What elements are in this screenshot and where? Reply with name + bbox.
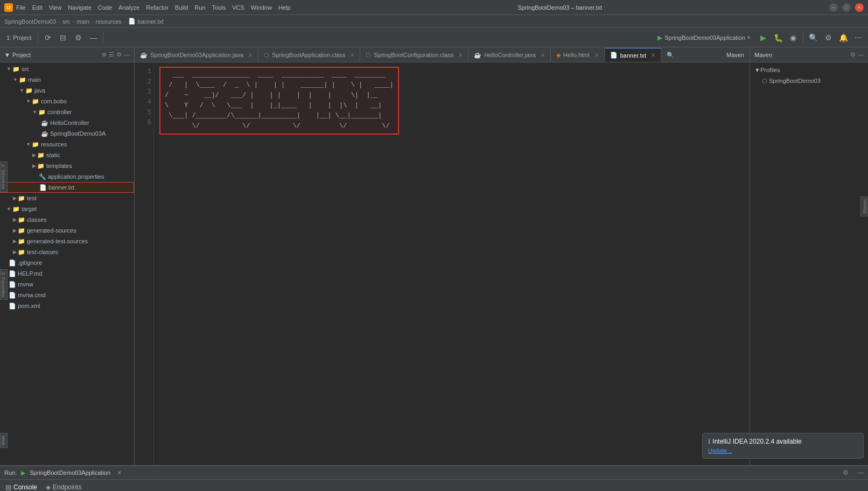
tab-close-icon[interactable]: ✕ xyxy=(458,52,463,58)
tree-item-resources[interactable]: ▼ 📁 resources xyxy=(0,139,134,150)
tab-springbootconfiguration[interactable]: ⬡ SpringBootConfiguration.class ✕ xyxy=(360,48,468,62)
endpoints-tab[interactable]: ◈ Endpoints xyxy=(43,482,85,492)
tab-hellocontroller[interactable]: ☕ HelloController.java ✕ xyxy=(468,48,550,62)
panel-icon-1[interactable]: ⊕ xyxy=(102,51,107,58)
menu-help[interactable]: Help xyxy=(278,4,291,11)
tree-item-appproperties[interactable]: 🔧 application.properties xyxy=(0,171,134,182)
toolbar-separator xyxy=(38,32,38,43)
close-button[interactable]: ✕ xyxy=(855,3,864,12)
maven-profiles-item[interactable]: ▼ Profiles xyxy=(750,65,868,75)
menu-view[interactable]: View xyxy=(49,4,62,11)
run-collapse-icon[interactable]: — xyxy=(857,469,864,476)
maven-close-icon[interactable]: — xyxy=(858,51,864,58)
run-settings-icon[interactable]: ⚙ xyxy=(843,469,849,476)
notification-update-link[interactable]: Update... xyxy=(708,447,732,454)
tree-item-src[interactable]: ▼ 📁 src xyxy=(0,64,134,74)
banner-line-6: \/ \/ \/ \/ \/ xyxy=(165,121,394,131)
arrow-icon: ▼ xyxy=(19,88,24,93)
xml-file-icon: 📄 xyxy=(9,303,16,310)
run-close-icon[interactable]: ✕ xyxy=(117,469,122,476)
tree-item-main[interactable]: ▼ 📁 main xyxy=(0,74,134,85)
menu-refactor[interactable]: Refactor xyxy=(146,4,169,11)
maven-project-item[interactable]: ⬡ SpringBootDemo03 xyxy=(750,75,868,86)
settings-button[interactable]: ⚙ xyxy=(72,31,85,44)
tree-item-mvnwcmd[interactable]: 📄 mvnw.cmd xyxy=(0,290,134,300)
run-button[interactable]: ▶ xyxy=(757,31,769,44)
path-resources[interactable]: resources xyxy=(96,18,122,25)
tree-item-hellocontroller[interactable]: ☕ HelloController xyxy=(0,117,134,128)
settings-gear-button[interactable]: ⚙ xyxy=(822,31,835,44)
tree-item-test[interactable]: ▶ 📁 test xyxy=(0,193,134,204)
panel-settings-icon[interactable]: ⚙ xyxy=(116,51,122,58)
tree-item-helpmd[interactable]: 📄 HELP.md xyxy=(0,268,134,279)
tab-close-icon[interactable]: ✕ xyxy=(594,52,599,58)
sync-button[interactable]: ⟳ xyxy=(41,31,54,44)
tree-item-test-classes[interactable]: ▶ 📁 test-classes xyxy=(0,247,134,257)
run-config-dropdown-icon[interactable]: ▾ xyxy=(747,34,750,40)
tab-search-button[interactable]: 🔍 xyxy=(661,48,680,62)
tab-hellohtml[interactable]: ◈ Hello.html ✕ xyxy=(551,48,605,62)
tree-item-static[interactable]: ▶ 📁 static xyxy=(0,150,134,160)
menu-window[interactable]: Window xyxy=(251,4,272,11)
tab-close-icon[interactable]: ✕ xyxy=(541,52,545,58)
minimize-button[interactable]: ─ xyxy=(829,3,838,12)
tree-item-templates[interactable]: ▶ 📁 templates xyxy=(0,160,134,171)
tree-item-classes[interactable]: ▶ 📁 classes xyxy=(0,214,134,225)
tree-item-java[interactable]: ▼ 📁 java xyxy=(0,85,134,96)
notifications-button[interactable]: 🔔 xyxy=(837,31,850,44)
favorites-side-tab[interactable]: 3: Favorites xyxy=(0,269,8,300)
menu-analyze[interactable]: Analyze xyxy=(118,4,139,11)
tree-item-generated-test-sources[interactable]: ▶ 📁 generated-test-sources xyxy=(0,236,134,247)
path-filename[interactable]: banner.txt xyxy=(138,18,164,25)
menu-build[interactable]: Build xyxy=(175,4,188,11)
tree-item-banner[interactable]: 📄 banner.txt xyxy=(0,182,134,193)
tree-item-mvnw[interactable]: 📄 mvnw xyxy=(0,279,134,290)
collapse-all-button[interactable]: ⊟ xyxy=(57,31,69,44)
menu-tools[interactable]: Tools xyxy=(212,4,226,11)
maximize-button[interactable]: □ xyxy=(842,3,851,12)
panel-expand-icon[interactable]: ▼ xyxy=(4,52,10,58)
tab-close-icon[interactable]: ✕ xyxy=(651,52,655,58)
tree-item-combobo[interactable]: ▼ 📁 com.bobo xyxy=(0,96,134,107)
menu-edit[interactable]: Edit xyxy=(32,4,43,11)
window-controls: ─ □ ✕ xyxy=(829,3,864,12)
structure-side-tab[interactable]: 2: Structure xyxy=(0,162,8,192)
path-file[interactable]: 📄 xyxy=(128,18,136,25)
tree-item-target[interactable]: ▼ 📁 target xyxy=(0,204,134,214)
menu-file[interactable]: File xyxy=(16,4,26,11)
menu-code[interactable]: Code xyxy=(98,4,112,11)
menu-vcs[interactable]: VCS xyxy=(232,4,244,11)
tree-item-springbootdemo[interactable]: ☕ SpringBootDemo03A xyxy=(0,128,134,139)
tab-html-icon: ◈ xyxy=(556,52,561,59)
debug-button[interactable]: 🐛 xyxy=(772,31,785,44)
console-tab[interactable]: ▤ Console xyxy=(2,482,40,492)
maven-settings-icon[interactable]: ⚙ xyxy=(850,51,856,58)
menu-navigate[interactable]: Navigate xyxy=(68,4,91,11)
profile-button[interactable]: ◉ xyxy=(787,31,800,44)
maven-side-tab[interactable]: Maven xyxy=(860,197,868,216)
search-everywhere-button[interactable]: 🔍 xyxy=(807,31,820,44)
code-editor[interactable]: ___ _______________ ____ ___________ ___… xyxy=(154,62,750,465)
tab-springbootapplication[interactable]: ⬡ SpringBootApplication.class ✕ xyxy=(258,48,360,62)
panel-close-icon[interactable]: — xyxy=(124,51,130,58)
maven-toggle-button[interactable]: Maven xyxy=(721,48,750,62)
tab-springbootdemo03application[interactable]: ☕ SpringBootDemo03Application.java ✕ xyxy=(135,48,258,62)
path-project[interactable]: SpringBootDemo03 xyxy=(4,18,56,25)
tree-item-pomxml[interactable]: 📄 pom.xml xyxy=(0,300,134,311)
panel-icon-2[interactable]: ☰ xyxy=(109,51,114,58)
tree-item-controller[interactable]: ▼ 📁 controller xyxy=(0,107,134,117)
tab-close-icon[interactable]: ✕ xyxy=(248,52,253,58)
tree-item-gitignore[interactable]: 📄 .gitignore xyxy=(0,257,134,268)
path-main[interactable]: main xyxy=(76,18,89,25)
line-numbers: 1 2 3 4 5 6 xyxy=(135,62,154,465)
menu-bar[interactable]: File Edit View Navigate Code Analyze Ref… xyxy=(16,4,291,11)
tab-bannertxt[interactable]: 📄 banner.txt ✕ xyxy=(605,48,661,62)
close-panel-button[interactable]: — xyxy=(87,31,100,44)
web-side-tab[interactable]: Web xyxy=(0,433,8,448)
menu-run[interactable]: Run xyxy=(194,4,205,11)
more-actions-button[interactable]: ⋯ xyxy=(852,31,865,44)
folder-icon: 📁 xyxy=(18,216,25,223)
tree-item-generated-sources[interactable]: ▶ 📁 generated-sources xyxy=(0,225,134,236)
path-src[interactable]: src xyxy=(62,18,71,25)
tab-close-icon[interactable]: ✕ xyxy=(350,52,354,58)
